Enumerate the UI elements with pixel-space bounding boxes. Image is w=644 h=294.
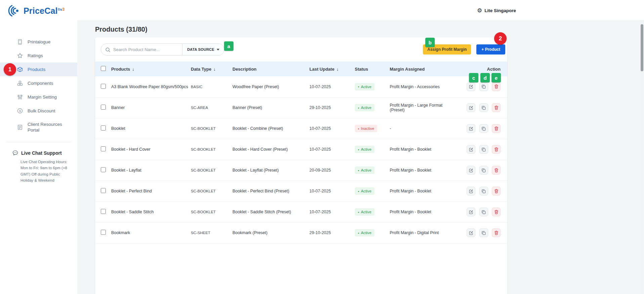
- delete-button[interactable]: [492, 228, 501, 237]
- duplicate-button[interactable]: [479, 166, 488, 175]
- status-badge: Active: [355, 208, 375, 216]
- duplicate-button[interactable]: [479, 228, 488, 237]
- annotation-marker-b: b: [425, 38, 435, 47]
- sidebar-item-bulk-discount[interactable]: $ Bulk Discount: [0, 104, 77, 118]
- page-title: Products (31/80): [95, 26, 641, 33]
- select-all-checkbox[interactable]: [101, 66, 106, 71]
- delete-button[interactable]: [492, 82, 501, 91]
- live-chat-hours: Live Chat Operating Hours: Mon to Fri: 9…: [20, 159, 72, 184]
- product-data-type: SC-BOOKLET: [191, 118, 232, 139]
- column-header-description: Description: [232, 62, 309, 76]
- star-icon: [17, 52, 23, 59]
- sidebar-item-margin-setting[interactable]: Margin Setting: [0, 90, 77, 104]
- row-checkbox[interactable]: [101, 146, 106, 151]
- delete-button[interactable]: [492, 187, 501, 195]
- status-badge: Inactive: [355, 125, 377, 132]
- logo-text: PriceCal®v3: [24, 3, 65, 18]
- gear-icon: [477, 7, 482, 14]
- delete-button[interactable]: [492, 166, 501, 175]
- edit-button[interactable]: [467, 208, 475, 216]
- product-last-update: 29-10-2025: [309, 222, 355, 243]
- row-checkbox[interactable]: [101, 230, 106, 235]
- annotation-marker-e: e: [491, 73, 501, 82]
- product-description: Booklet - Combine (Preset): [232, 118, 309, 139]
- delete-button[interactable]: [492, 124, 501, 133]
- live-chat-title-row[interactable]: Live Chat Support: [12, 150, 71, 156]
- row-checkbox[interactable]: [101, 167, 106, 172]
- annotation-marker-1: 1: [4, 63, 16, 76]
- product-last-update: 20-09-2025: [309, 160, 355, 181]
- duplicate-button[interactable]: [479, 103, 488, 112]
- product-name: Booklet - Saddle Stitch: [111, 201, 191, 222]
- product-description: Banner (Preset): [232, 97, 309, 118]
- duplicate-button[interactable]: [479, 124, 488, 133]
- workspace-label: Lite Singapore: [484, 8, 516, 13]
- delete-button[interactable]: [492, 208, 501, 216]
- product-last-update: 10-07-2025: [309, 139, 355, 160]
- add-product-button[interactable]: + Product: [476, 44, 505, 54]
- delete-button[interactable]: [492, 145, 501, 154]
- sort-descending-icon: [130, 67, 134, 72]
- row-checkbox[interactable]: [101, 84, 106, 89]
- table-row: Booklet - Perfect Bind SC-BOOKLET Bookle…: [95, 181, 507, 201]
- product-last-update: 10-07-2025: [309, 118, 355, 139]
- scrollbar-thumb[interactable]: [641, 24, 643, 71]
- status-badge: Active: [355, 187, 375, 195]
- product-margin: Profit Margin - Booklet: [390, 139, 456, 160]
- sidebar-item-components[interactable]: Components: [0, 76, 77, 90]
- row-checkbox[interactable]: [101, 188, 106, 193]
- sidebar-divider: [6, 142, 71, 142]
- table-row: Bookmark SC-SHEET Bookmark (Preset) 29-1…: [95, 222, 507, 243]
- edit-button[interactable]: [467, 228, 475, 237]
- sidebar-item-client-resources-portal[interactable]: Client Resources Portal: [0, 118, 77, 137]
- duplicate-button[interactable]: [479, 82, 488, 91]
- edit-button[interactable]: [467, 187, 475, 195]
- product-name: Bookmark: [111, 222, 191, 243]
- sidebar-item-ratings[interactable]: Ratings: [0, 49, 77, 63]
- product-data-type: SC-SHEET: [191, 222, 232, 243]
- product-description: Booklet - Perfect Bind (Preset): [232, 181, 309, 201]
- sort-descending-icon: [211, 67, 215, 72]
- status-badge: Active: [355, 146, 375, 153]
- column-header-last-update[interactable]: Last Update: [309, 62, 355, 76]
- top-bar: PriceCal®v3 Lite Singapore: [0, 0, 644, 20]
- product-description: Woodfree Paper (Preset): [232, 76, 309, 97]
- delete-button[interactable]: [492, 103, 501, 112]
- status-badge: Active: [355, 83, 375, 90]
- card-toolbar: DATA SOURCE Assign Profit Margin + Produ…: [95, 43, 507, 56]
- duplicate-button[interactable]: [479, 145, 488, 154]
- toolbar-buttons: Assign Profit Margin + Product: [423, 44, 505, 54]
- product-margin: -: [390, 118, 456, 139]
- row-checkbox[interactable]: [101, 125, 106, 131]
- row-checkbox[interactable]: [101, 209, 106, 214]
- search-input[interactable]: [101, 47, 182, 52]
- product-last-update: 10-07-2025: [309, 76, 355, 97]
- sidebar: Printalogue Ratings Products Components: [0, 20, 77, 294]
- duplicate-button[interactable]: [479, 208, 488, 216]
- column-header-data-type[interactable]: Data Type: [191, 62, 232, 76]
- edit-button[interactable]: [467, 103, 475, 112]
- annotation-marker-a: a: [224, 41, 233, 51]
- product-name: A3 Blank Woodfree Paper 80gsm/500pcs: [111, 76, 191, 97]
- components-icon: [17, 80, 23, 86]
- sidebar-item-label: Margin Setting: [28, 94, 57, 100]
- column-header-products[interactable]: Products: [111, 62, 191, 76]
- table-row: Booklet - Layflat SC-BOOKLET Booklet - L…: [95, 160, 507, 181]
- edit-button[interactable]: [467, 145, 475, 154]
- product-description: Booklet - Layflat (Preset): [232, 160, 309, 181]
- edit-button[interactable]: [467, 166, 475, 175]
- scrollbar-track[interactable]: [640, 20, 644, 294]
- edit-button[interactable]: [467, 82, 475, 91]
- row-checkbox[interactable]: [101, 105, 106, 110]
- product-margin: Profit Margin - Digital Print: [390, 222, 456, 243]
- workspace-menu[interactable]: Lite Singapore: [477, 7, 516, 14]
- edit-button[interactable]: [467, 124, 475, 133]
- data-source-dropdown[interactable]: DATA SOURCE: [182, 44, 224, 55]
- chat-bubble-icon: [12, 150, 18, 156]
- product-name: Banner: [111, 97, 191, 118]
- duplicate-button[interactable]: [479, 187, 488, 195]
- product-data-type: SC-BOOKLET: [191, 160, 232, 181]
- products-table: Products Data Type Description Last Upda…: [95, 62, 507, 244]
- sidebar-item-printalogue[interactable]: Printalogue: [0, 35, 77, 49]
- product-margin: Profit Margin - Accessories: [390, 76, 456, 97]
